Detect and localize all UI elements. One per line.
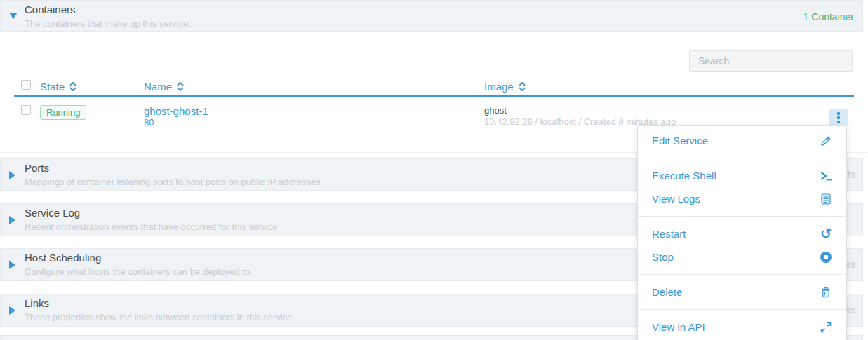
- menu-item-label: Execute Shell: [652, 170, 716, 182]
- menu-item-restart[interactable]: Restart ↺: [638, 222, 846, 245]
- row-actions-kebab-button[interactable]: [829, 109, 848, 127]
- host-scheduling-section-title: Host Scheduling: [25, 252, 101, 264]
- menu-item-label: View in API: [652, 321, 705, 333]
- external-link-icon: [820, 321, 832, 334]
- links-section-subtitle: These properties show the links between …: [25, 312, 295, 322]
- state-badge: Running: [40, 105, 86, 120]
- expand-arrow-icon[interactable]: [9, 216, 15, 224]
- table-header-row: State Name Image: [14, 78, 854, 97]
- containers-section-title: Containers: [25, 4, 76, 15]
- kebab-dot-icon: [837, 116, 840, 119]
- select-all-checkbox[interactable]: [21, 80, 31, 90]
- menu-item-label: Restart: [652, 228, 686, 240]
- expand-arrow-icon[interactable]: [9, 261, 15, 269]
- menu-divider: [638, 158, 846, 158]
- pencil-icon: [820, 135, 832, 147]
- trash-icon: [820, 286, 832, 299]
- ports-section-subtitle: Mappings of container listening ports to…: [25, 177, 321, 187]
- expand-arrow-icon[interactable]: [9, 171, 15, 179]
- name-header-label: Name: [144, 81, 172, 93]
- menu-item-label: Stop: [652, 251, 674, 263]
- menu-divider: [638, 274, 846, 275]
- column-header-name[interactable]: Name: [144, 81, 484, 93]
- menu-item-stop[interactable]: Stop: [638, 245, 846, 268]
- stop-icon: [820, 251, 832, 264]
- image-header-label: Image: [484, 81, 514, 93]
- menu-item-delete[interactable]: Delete: [638, 280, 846, 304]
- terminal-icon: [820, 170, 832, 182]
- container-name-link[interactable]: ghost-ghost-1: [144, 105, 484, 117]
- collapse-arrow-icon[interactable]: [9, 13, 18, 19]
- service-log-section-title: Service Log: [25, 207, 80, 219]
- image-name: ghost: [484, 105, 854, 116]
- expand-arrow-icon[interactable]: [9, 306, 15, 315]
- menu-item-view-logs[interactable]: View Logs: [638, 187, 846, 210]
- service-log-section-subtitle: Recent orchestration events that have oc…: [25, 222, 278, 232]
- host-scheduling-section-subtitle: Configure what hosts the containers can …: [25, 266, 253, 277]
- file-icon: [820, 193, 832, 205]
- menu-divider: [638, 216, 846, 217]
- container-port-link[interactable]: 80: [144, 117, 484, 128]
- kebab-dot-icon: [837, 112, 840, 115]
- sort-icon[interactable]: [69, 81, 76, 92]
- containers-section-header[interactable]: Containers The containers that make up t…: [0, 0, 863, 32]
- menu-item-view-in-api[interactable]: View in API: [638, 315, 846, 339]
- menu-item-label: Edit Service: [652, 135, 708, 147]
- column-header-state[interactable]: State: [40, 81, 144, 93]
- containers-section-subtitle: The containers that make up this service…: [25, 18, 191, 29]
- links-section-title: Links: [25, 297, 49, 309]
- sort-icon[interactable]: [519, 81, 526, 92]
- row-checkbox[interactable]: [21, 105, 31, 115]
- kebab-dot-icon: [837, 121, 840, 123]
- menu-divider: [638, 309, 846, 310]
- restart-icon: ↺: [820, 228, 832, 240]
- ports-section-title: Ports: [25, 162, 49, 174]
- state-header-label: State: [40, 81, 65, 93]
- menu-item-execute-shell[interactable]: Execute Shell: [638, 164, 846, 187]
- menu-item-label: View Logs: [652, 193, 700, 205]
- container-count-badge: 1 Container: [803, 11, 854, 22]
- menu-item-label: Delete: [652, 286, 682, 298]
- sort-icon[interactable]: [177, 81, 184, 92]
- menu-item-edit-service[interactable]: Edit Service: [638, 129, 846, 152]
- column-header-image[interactable]: Image: [484, 81, 854, 93]
- row-actions-menu: Edit Service Execute Shell View Logs Res…: [637, 125, 847, 340]
- search-input[interactable]: [689, 50, 853, 72]
